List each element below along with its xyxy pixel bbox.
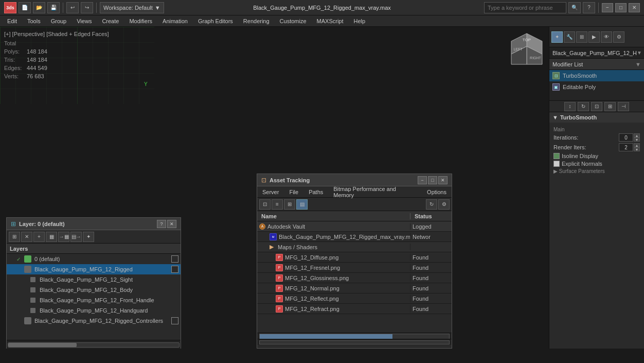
asset-row-gloss[interactable]: P MFG_12_Glossiness.png Found [257, 273, 452, 283]
modifier-turbosmooth[interactable]: ⊡ TurboSmooth [549, 70, 644, 81]
ts-isoline-checkbox[interactable] [553, 153, 560, 159]
viewport-cube[interactable]: TOP LEFT RIGHT [509, 31, 545, 67]
layer-row-body[interactable]: Black_Gauge_Pump_MFG_12_Body [7, 285, 181, 295]
menu-edit[interactable]: Edit [2, 15, 22, 26]
asset-tb-detail2[interactable]: ▤ [296, 199, 308, 210]
save-btn[interactable]: 💾 [47, 2, 60, 13]
rp-modify-btn[interactable]: 🔧 [564, 31, 575, 43]
layer-scrollbar[interactable] [7, 340, 181, 349]
ts-surface-params[interactable]: ▶ Surface Parameters [553, 168, 640, 174]
asset-tb-vault[interactable]: ⊡ [259, 199, 271, 210]
asset-row-reflect[interactable]: P MFG_12_Reflect.png Found [257, 293, 452, 304]
layer-tb-display[interactable]: ⊞ [9, 232, 20, 242]
asset-menu-file[interactable]: File [284, 188, 303, 196]
rp-motion-btn[interactable]: ▶ [588, 31, 600, 43]
ts-iterations-up[interactable]: ▲ [634, 133, 640, 137]
sub-btn-transform[interactable]: ⊞ [604, 102, 616, 111]
asset-row-maps[interactable]: ▶ Maps / Shaders [257, 242, 452, 252]
layer-row-rigged[interactable]: Black_Gauge_Pump_MFG_12_Rigged [7, 264, 181, 274]
layer-row-default[interactable]: ✓ 0 (default) [7, 254, 181, 264]
viewport[interactable]: X Y [+] [Perspective] [Shaded + Edged Fa… [0, 27, 549, 349]
help-btn[interactable]: ? [583, 2, 595, 13]
menu-modifiers[interactable]: Modifiers [124, 15, 157, 26]
menu-rendering[interactable]: Rendering [238, 15, 275, 26]
layer-tb-select-objs[interactable]: ▦ [46, 232, 57, 242]
layer-panel-titlebar[interactable]: ⊞ Layer: 0 (default) ? ✕ [7, 218, 181, 230]
asset-tb-detail[interactable]: ⊞ [284, 199, 295, 210]
asset-row-refract[interactable]: P MFG_12_Refract.png Found [257, 304, 452, 314]
stats-verts-value: 76 683 [27, 72, 44, 80]
menu-group[interactable]: Group [46, 15, 72, 26]
ts-render-iters-down[interactable]: ▼ [634, 147, 640, 151]
folder-icon: ▶ [270, 244, 274, 250]
asset-cell-refract-name: P MFG_12_Refract.png [257, 305, 410, 313]
rp-display-btn[interactable]: 👁 [601, 31, 612, 43]
sub-object-bar: ↕ ↻ ⊡ ⊞ ⊣ [549, 101, 644, 112]
ts-iterations-input[interactable] [619, 133, 633, 142]
rp-hierarchy-btn[interactable]: ⊞ [576, 31, 587, 43]
rp-utility-btn[interactable]: ⚙ [613, 31, 624, 43]
search-btn[interactable]: 🔍 [568, 2, 581, 13]
ts-render-iters-spinner[interactable]: ▲ ▼ [619, 143, 640, 151]
asset-cell-fresnel-name: P MFG_12_Fresnel.png [257, 264, 410, 271]
open-btn[interactable]: 📂 [33, 2, 45, 13]
search-input[interactable] [484, 2, 566, 13]
menu-views[interactable]: Views [71, 15, 97, 26]
ts-iterations-down[interactable]: ▼ [634, 137, 640, 142]
layer-tb-highlight[interactable]: ✦ [83, 232, 94, 242]
asset-row-fresnel[interactable]: P MFG_12_Fresnel.png Found [257, 263, 452, 273]
layer-tb-move-to-layer[interactable]: ▤→ [70, 232, 82, 242]
modifier-editable-poly[interactable]: ▣ Editable Poly [549, 81, 644, 93]
undo-btn[interactable]: ↩ [66, 2, 79, 13]
layer-tb-add[interactable]: + [33, 232, 45, 242]
minimize-btn[interactable]: − [602, 3, 613, 12]
layer-check-4 [21, 297, 28, 304]
viewport-label: [+] [Perspective] [Shaded + Edged Faces] [4, 31, 109, 37]
asset-tb-refresh[interactable]: ↻ [426, 199, 437, 210]
layer-close-btn[interactable]: ✕ [167, 220, 176, 228]
menu-animation[interactable]: Animation [157, 15, 193, 26]
asset-menu-bitmap[interactable]: Bitmap Performance and Memory [328, 185, 422, 199]
menu-tools[interactable]: Tools [22, 15, 46, 26]
menu-help[interactable]: Help [349, 15, 371, 26]
menu-graph-editors[interactable]: Graph Editors [193, 15, 238, 26]
sub-btn-move[interactable]: ↕ [564, 102, 576, 111]
layer-row-front-handle[interactable]: Black_Gauge_Pump_MFG_12_Front_Handle [7, 295, 181, 305]
ts-explicit-checkbox[interactable] [553, 161, 560, 167]
layer-row-handguard[interactable]: Black_Gauge_Pump_MFG_12_Handguard [7, 305, 181, 316]
ts-render-iters-input[interactable] [619, 143, 633, 151]
asset-menu-options[interactable]: Options [422, 188, 452, 196]
ts-header[interactable]: ▼ TurboSmooth [549, 112, 644, 123]
rp-create-btn[interactable]: ✦ [551, 31, 563, 43]
asset-tb-list[interactable]: ≡ [272, 199, 283, 210]
asset-cell-reflect-name: P MFG_12_Reflect.png [257, 295, 410, 302]
layer-tb-add-selection[interactable]: →▦ [58, 232, 69, 242]
layer-tb-delete[interactable]: ✕ [21, 232, 32, 242]
menu-customize[interactable]: Customize [275, 15, 312, 26]
asset-row-vault[interactable]: A Autodesk Vault Logged [257, 221, 452, 232]
sub-btn-mirror[interactable]: ⊣ [618, 102, 629, 111]
layer-help-btn[interactable]: ? [157, 220, 166, 228]
asset-row-diffuse[interactable]: P MFG_12_Diffuse.png Found [257, 252, 452, 263]
asset-minimize-btn[interactable]: − [418, 176, 427, 184]
maximize-btn[interactable]: □ [615, 3, 627, 12]
menu-create[interactable]: Create [97, 15, 124, 26]
asset-menu-server[interactable]: Server [257, 188, 284, 196]
layer-row-sight[interactable]: Black_Gauge_Pump_MFG_12_Sight [7, 274, 181, 285]
menu-maxscript[interactable]: MAXScript [312, 15, 349, 26]
asset-close-btn[interactable]: ✕ [438, 176, 448, 184]
asset-row-normal[interactable]: P MFG_12_Normal.png Found [257, 283, 452, 293]
asset-tb-settings[interactable]: ⚙ [438, 199, 450, 210]
new-btn[interactable]: 📄 [19, 2, 31, 13]
ts-iterations-spinner[interactable]: ▲ ▼ [619, 133, 640, 142]
asset-menu-paths[interactable]: Paths [303, 188, 328, 196]
sub-btn-rotate[interactable]: ↻ [578, 102, 589, 111]
layer-row-controllers[interactable]: Black_Gauge_Pump_MFG_12_Rigged_Controlle… [7, 316, 181, 326]
workspace-selector[interactable]: Workspace: Default ▼ [100, 2, 164, 13]
redo-btn[interactable]: ↪ [81, 2, 93, 13]
sub-btn-scale[interactable]: ⊡ [591, 102, 602, 111]
asset-row-maxfile[interactable]: M Black_Gauge_Pump_MFG_12_Rigged_max_vra… [257, 232, 452, 242]
close-btn[interactable]: ✕ [629, 3, 640, 12]
asset-maximize-btn[interactable]: □ [428, 176, 437, 184]
ts-render-iters-up[interactable]: ▲ [634, 143, 640, 147]
